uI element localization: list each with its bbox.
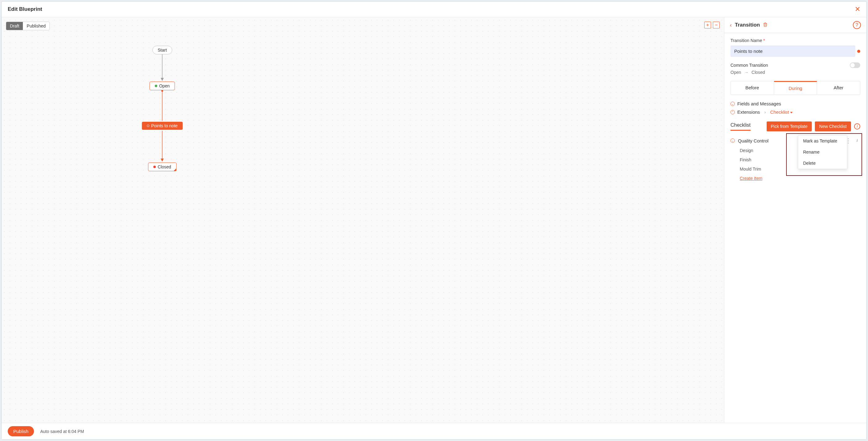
back-chevron-icon[interactable]: ‹ [730, 22, 732, 28]
common-transition-label: Common Transition [731, 63, 768, 68]
checklist-group: ⌄ Quality Control ⋮ i Design Finish Moul… [731, 137, 860, 181]
group-info-icon[interactable]: i [854, 137, 860, 144]
checklist-header: Checklist Pick from Template New Checkli… [731, 122, 860, 131]
checklist-group-name: Quality Control [738, 138, 769, 144]
required-asterisk: * [763, 38, 765, 43]
node-start-label: Start [158, 48, 167, 53]
extensions-section[interactable]: ⌃ Extensions › Checklist [731, 109, 860, 115]
transition-to: Closed [751, 70, 765, 75]
tab-after[interactable]: After [817, 81, 860, 95]
checklist-subtab[interactable]: Checklist [731, 122, 751, 131]
transition-from: Open [731, 70, 741, 75]
close-icon[interactable]: ✕ [855, 5, 860, 13]
title-bar: Edit Blueprint ✕ [2, 2, 866, 17]
phase-tabs: Before During After [731, 81, 860, 95]
extensions-label: Extensions [737, 109, 760, 115]
dirty-indicator-icon [857, 50, 860, 53]
node-transition[interactable]: Points to note [142, 122, 183, 130]
editor-body: Draft Published + − [2, 17, 866, 423]
transition-path: Open → Closed [731, 70, 860, 75]
common-transition-toggle[interactable] [850, 62, 860, 68]
transition-name-label: Transition Name * [731, 38, 860, 43]
delete-transition-icon[interactable] [763, 22, 768, 28]
help-icon[interactable]: ? [853, 21, 861, 29]
node-start[interactable]: Start [152, 46, 172, 54]
page-title: Edit Blueprint [8, 6, 42, 12]
breadcrumb-separator-icon: › [764, 109, 766, 115]
menu-delete[interactable]: Delete [798, 158, 847, 169]
transition-ring-icon [147, 125, 149, 127]
arrow-right-icon: → [744, 70, 748, 75]
tab-during[interactable]: During [774, 81, 817, 95]
node-open-label: Open [159, 84, 169, 88]
checklist-context-menu: Mark as Template Rename Delete [798, 135, 847, 169]
node-closed-label: Closed [158, 164, 171, 169]
extensions-breadcrumb-current[interactable]: Checklist [770, 109, 793, 115]
publish-button[interactable]: Publish [8, 426, 34, 436]
fields-messages-section[interactable]: ⌄ Fields and Messages [731, 101, 860, 106]
side-panel-content: Transition Name * Common Transition Open… [724, 33, 866, 423]
side-panel: ‹ Transition ? Transition Name * Common … [724, 17, 866, 423]
info-icon[interactable]: i [854, 123, 860, 129]
node-open[interactable]: Open [150, 82, 175, 90]
side-panel-header: ‹ Transition ? [724, 17, 866, 33]
canvas-pane[interactable]: Draft Published + − [2, 17, 724, 423]
menu-mark-as-template[interactable]: Mark as Template [798, 135, 847, 147]
create-item-link[interactable]: Create Item [740, 176, 762, 181]
transition-name-wrap [731, 45, 860, 57]
common-transition-row: Common Transition [731, 62, 860, 68]
autosave-status: Auto saved at 6:04 PM [40, 429, 84, 434]
side-panel-title: Transition [735, 22, 760, 28]
transition-name-input[interactable] [731, 45, 855, 57]
node-closed[interactable]: Closed [148, 163, 177, 171]
fields-messages-label: Fields and Messages [737, 101, 781, 106]
expand-icon: ⌃ [731, 110, 735, 114]
group-collapse-icon[interactable]: ⌄ [731, 138, 735, 143]
flow-diagram: Start Open Points to note Closed [2, 17, 724, 423]
menu-rename[interactable]: Rename [798, 147, 847, 158]
footer-bar: Publish Auto saved at 6:04 PM [2, 423, 866, 439]
pick-from-template-button[interactable]: Pick from Template [767, 122, 812, 131]
collapse-icon: ⌄ [731, 102, 735, 106]
status-dot-green-icon [155, 85, 157, 87]
tab-before[interactable]: Before [731, 81, 774, 95]
blueprint-editor-window: Edit Blueprint ✕ Draft Published + − [1, 1, 867, 440]
status-dot-red-icon [153, 166, 156, 168]
connectors [2, 17, 724, 423]
dropdown-caret-icon [790, 112, 793, 114]
node-transition-label: Points to note [151, 123, 178, 128]
new-checklist-button[interactable]: New Checklist [815, 122, 851, 131]
